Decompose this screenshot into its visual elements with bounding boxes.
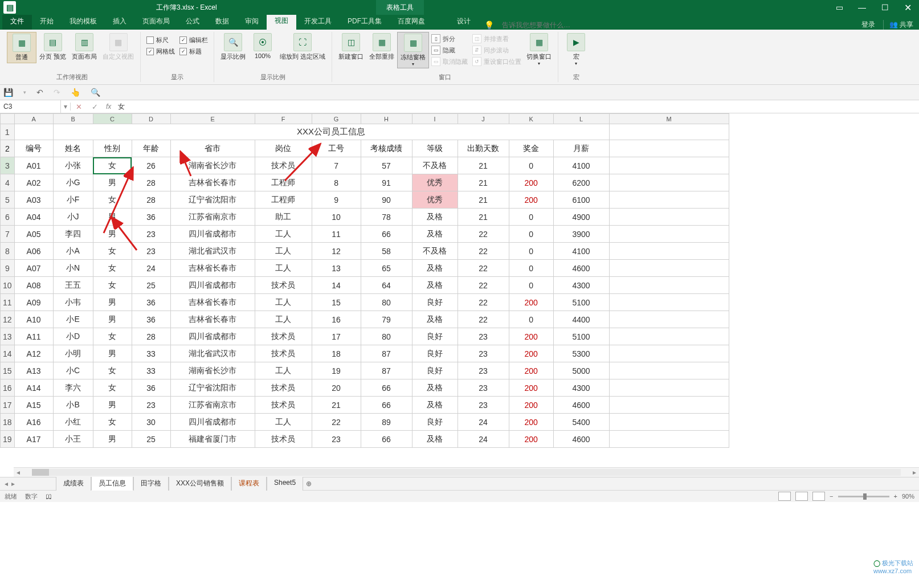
freeze-panes[interactable]: ▦冻结窗格▾ — [397, 32, 429, 68]
chk-formula-bar[interactable]: ✓编辑栏 — [177, 34, 210, 46]
cell[interactable]: 小J — [53, 209, 93, 226]
view-normal-icon[interactable] — [778, 492, 791, 501]
row-header[interactable]: 10 — [1, 277, 15, 294]
cell[interactable]: 四川省成都市 — [170, 226, 255, 243]
row-header[interactable]: 8 — [1, 243, 15, 260]
cell[interactable]: 22 — [458, 226, 509, 243]
cell[interactable]: 33 — [132, 362, 170, 379]
cell[interactable]: 男 — [93, 209, 132, 226]
col-header[interactable]: A — [14, 114, 53, 124]
cell[interactable]: 200 — [509, 397, 553, 414]
cell[interactable]: 21 — [458, 209, 509, 226]
cell[interactable]: 5300 — [553, 345, 609, 362]
cell[interactable]: 21 — [312, 397, 361, 414]
cell[interactable]: 工人 — [255, 362, 312, 379]
cell[interactable] — [609, 294, 729, 311]
cell[interactable]: 小D — [53, 328, 93, 345]
cell[interactable]: 小E — [53, 311, 93, 328]
cell[interactable]: 36 — [132, 209, 170, 226]
scroll-right-icon[interactable]: ▸ — [910, 468, 919, 476]
cell[interactable]: 21 — [458, 174, 509, 191]
cell[interactable]: 26 — [132, 157, 170, 174]
col-header[interactable]: I — [412, 114, 458, 124]
cell[interactable]: 9 — [312, 191, 361, 209]
row-header[interactable]: 9 — [1, 260, 15, 277]
cell[interactable]: 4900 — [553, 209, 609, 226]
formula-input[interactable]: 女 — [115, 102, 919, 112]
cell[interactable]: 14 — [312, 277, 361, 294]
cell[interactable]: 23 — [458, 397, 509, 414]
cell[interactable]: 男 — [93, 311, 132, 328]
col-header[interactable]: K — [509, 114, 553, 124]
save-icon[interactable]: 💾 — [3, 88, 13, 97]
cell[interactable]: 小王 — [53, 431, 93, 448]
cell[interactable]: 优秀 — [412, 191, 458, 209]
cell[interactable]: 及格 — [412, 277, 458, 294]
tab-template[interactable]: 我的模板 — [62, 14, 105, 30]
row-header[interactable]: 13 — [1, 328, 15, 345]
cell[interactable] — [609, 311, 729, 328]
cell[interactable]: 4400 — [553, 311, 609, 328]
select-all[interactable] — [1, 114, 15, 124]
row-header[interactable]: 16 — [1, 379, 15, 397]
cell[interactable]: 女 — [93, 157, 132, 174]
cell[interactable]: 李六 — [53, 379, 93, 397]
cell[interactable]: 男 — [93, 397, 132, 414]
table-header-cell[interactable]: 出勤天数 — [458, 140, 509, 157]
cell[interactable]: 79 — [361, 311, 412, 328]
switch-window[interactable]: ▦切换窗口▾ — [524, 32, 554, 67]
cell[interactable]: 湖南省长沙市 — [170, 362, 255, 379]
table-header-cell[interactable]: 姓名 — [53, 140, 93, 157]
cell[interactable]: 良好 — [412, 414, 458, 431]
cell[interactable]: A10 — [14, 311, 53, 328]
cell[interactable]: 良好 — [412, 362, 458, 379]
cell[interactable]: 福建省厦门市 — [170, 431, 255, 448]
cell[interactable]: 0 — [509, 226, 553, 243]
cell[interactable]: 及格 — [412, 431, 458, 448]
cell[interactable]: 23 — [132, 226, 170, 243]
cell[interactable]: 200 — [509, 414, 553, 431]
cell[interactable]: A14 — [14, 379, 53, 397]
sheet-tab[interactable]: XXX公司销售额 — [169, 476, 231, 491]
cell[interactable] — [609, 226, 729, 243]
cell[interactable]: 36 — [132, 294, 170, 311]
table-header-cell[interactable]: 年龄 — [132, 140, 170, 157]
cell[interactable]: 及格 — [412, 397, 458, 414]
tab-design[interactable]: 设计 — [449, 14, 479, 30]
split-window[interactable]: ▯拆分 — [429, 33, 470, 44]
cell[interactable]: 女 — [93, 277, 132, 294]
cell[interactable] — [14, 124, 53, 140]
cell[interactable]: 0 — [509, 311, 553, 328]
cell[interactable]: 0 — [509, 209, 553, 226]
cell[interactable]: A02 — [14, 174, 53, 191]
cell[interactable]: 女 — [93, 328, 132, 345]
cell[interactable] — [609, 414, 729, 431]
table-header-cell[interactable]: 编号 — [14, 140, 53, 157]
cell[interactable] — [609, 124, 729, 140]
cell[interactable]: 吉林省长春市 — [170, 294, 255, 311]
macros-button[interactable]: ▶宏▾ — [562, 32, 590, 67]
cell[interactable]: 0 — [509, 157, 553, 174]
formula-accept-icon[interactable]: ✓ — [87, 103, 103, 111]
cell[interactable]: A11 — [14, 328, 53, 345]
cell[interactable]: 17 — [312, 328, 361, 345]
tab-review[interactable]: 审阅 — [237, 14, 267, 30]
table-header-cell[interactable]: 岗位 — [255, 140, 312, 157]
chk-gridlines[interactable]: ✓网格线 — [144, 46, 177, 57]
table-header-cell[interactable]: 考核成绩 — [361, 140, 412, 157]
tab-pagelayout[interactable]: 页面布局 — [134, 14, 178, 30]
cell[interactable]: 4600 — [553, 397, 609, 414]
cell[interactable]: 5100 — [553, 294, 609, 311]
cell[interactable]: 王五 — [53, 277, 93, 294]
cell[interactable]: 22 — [458, 243, 509, 260]
sheet-title-cell[interactable]: XXX公司员工信息 — [53, 124, 609, 140]
cell[interactable]: A09 — [14, 294, 53, 311]
undo-icon[interactable]: ↶ — [36, 88, 43, 97]
cell[interactable]: 23 — [458, 345, 509, 362]
cell[interactable]: 24 — [458, 414, 509, 431]
cell[interactable]: 女 — [93, 379, 132, 397]
cell[interactable]: 男 — [93, 431, 132, 448]
cell[interactable] — [609, 140, 729, 157]
cell[interactable]: 11 — [312, 226, 361, 243]
table-header-cell[interactable]: 省市 — [170, 140, 255, 157]
